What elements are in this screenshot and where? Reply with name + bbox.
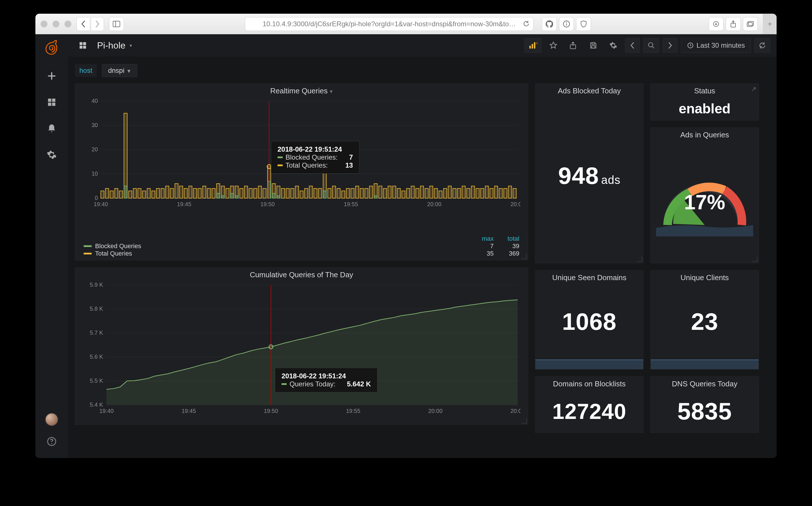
share-icon[interactable] — [726, 17, 741, 31]
svg-rect-56 — [175, 184, 178, 198]
panel-resize-handle[interactable] — [522, 418, 527, 423]
time-back-button[interactable] — [625, 38, 640, 53]
stat-value: 23 — [691, 308, 718, 336]
panel-dns-queries-today[interactable]: DNS Queries Today 5835 — [650, 376, 759, 433]
svg-rect-11 — [48, 102, 51, 106]
panel-ads-blocked[interactable]: Ads Blocked Today 948ads — [535, 83, 644, 263]
reload-icon[interactable] — [523, 20, 530, 29]
panel-status[interactable]: ↗ Status enabled — [650, 83, 759, 120]
dashboards-grid-icon[interactable] — [74, 38, 91, 53]
downloads-icon[interactable] — [709, 17, 723, 31]
zoom-window-dot[interactable] — [65, 20, 71, 27]
dashboard-title: Pi-hole — [97, 40, 125, 51]
stat-value: 127240 — [552, 399, 626, 424]
dashboard-picker[interactable]: Pi-hole ▾ — [97, 40, 132, 51]
svg-rect-49 — [143, 191, 146, 198]
svg-rect-0 — [113, 21, 120, 27]
svg-rect-112 — [392, 186, 396, 198]
popout-icon[interactable]: ↗ — [751, 85, 756, 93]
panel-domains-blocklists[interactable]: Domains on Blocklists 127240 — [535, 376, 644, 433]
realtime-legend: maxtotal Blocked Queries739 Total Querie… — [75, 233, 528, 260]
svg-rect-127 — [462, 186, 465, 198]
nav-forward-button[interactable] — [91, 17, 104, 31]
svg-rect-17 — [80, 46, 83, 49]
zoom-out-button[interactable] — [643, 38, 659, 53]
svg-rect-9 — [48, 98, 51, 102]
svg-rect-123 — [443, 188, 447, 198]
svg-rect-74 — [240, 188, 243, 198]
ext-github-icon[interactable] — [542, 17, 557, 31]
sidebar-alerting-icon[interactable] — [46, 122, 58, 135]
svg-text:5.9 K: 5.9 K — [90, 282, 103, 288]
stat-value: 5835 — [678, 398, 732, 425]
panel-title[interactable]: Realtime Queries▾ — [75, 84, 528, 97]
star-button[interactable] — [545, 38, 562, 53]
svg-rect-124 — [448, 186, 451, 198]
save-dashboard-button[interactable] — [585, 38, 602, 53]
panel-unique-domains[interactable]: Unique Seen Domains 1068 — [535, 270, 644, 369]
svg-text:40: 40 — [92, 98, 98, 104]
panel-ads-in-queries[interactable]: Ads in Queries 17% — [650, 128, 759, 263]
svg-rect-20 — [532, 44, 533, 49]
svg-rect-50 — [147, 188, 150, 198]
panel-title: Status — [651, 84, 758, 97]
sidebar-config-icon[interactable] — [46, 149, 58, 161]
panel-cumulative-queries[interactable]: Cumulative Queries of The Day 5.4 K5.5 K… — [75, 267, 528, 425]
svg-text:0: 0 — [95, 195, 98, 201]
user-avatar[interactable] — [45, 413, 58, 426]
realtime-chart[interactable]: 01020304019:4019:4519:5019:5520:0020:05 … — [87, 98, 521, 231]
sidebar-dashboards-icon[interactable] — [46, 96, 58, 108]
legend-row[interactable]: Total Queries35369 — [84, 250, 519, 257]
dashboard-settings-button[interactable] — [605, 38, 622, 53]
minimize-window-dot[interactable] — [53, 20, 60, 27]
gauge: 17% — [651, 141, 758, 263]
browser-window: 10.10.4.9:3000/d/jC6srERgk/pi-hole?orgId… — [35, 14, 777, 458]
svg-rect-98 — [332, 186, 336, 198]
svg-rect-57 — [180, 186, 183, 198]
svg-rect-128 — [467, 188, 470, 198]
svg-text:19:55: 19:55 — [346, 408, 360, 414]
svg-text:20:05: 20:05 — [511, 408, 521, 414]
sidebar-create-icon[interactable] — [46, 70, 58, 82]
svg-rect-133 — [490, 188, 493, 198]
svg-point-14 — [51, 443, 52, 444]
svg-rect-103 — [355, 186, 359, 198]
legend-row[interactable]: Blocked Queries739 — [84, 242, 519, 250]
panel-resize-handle[interactable] — [752, 257, 757, 262]
close-window-dot[interactable] — [40, 20, 48, 27]
var-host-value[interactable]: dnspi ▼ — [102, 64, 137, 77]
sidebar-help-icon[interactable] — [46, 435, 58, 448]
nav-back-button[interactable] — [77, 17, 90, 31]
url-field[interactable]: 10.10.4.9:3000/d/jC6srERgk/pi-hole?orgId… — [245, 17, 533, 31]
panel-menu-chevron-icon[interactable]: ▾ — [330, 88, 333, 94]
svg-rect-113 — [397, 188, 400, 198]
svg-rect-90 — [300, 191, 303, 198]
sidebar-toggle-icon[interactable] — [109, 17, 124, 31]
add-panel-button[interactable]: + — [525, 38, 542, 53]
svg-rect-59 — [189, 186, 192, 198]
panel-resize-handle[interactable] — [752, 363, 757, 368]
panel-unique-clients[interactable]: Unique Clients 23 — [650, 270, 759, 369]
chart-tooltip: 2018-06-22 19:51:24 Blocked Queries:7 To… — [271, 141, 359, 174]
new-tab-button[interactable]: + — [763, 14, 777, 34]
panel-realtime-queries[interactable]: Realtime Queries▾ 01020304019:4019:4519:… — [75, 83, 528, 260]
ext-info-icon[interactable] — [559, 17, 574, 31]
svg-rect-60 — [193, 188, 196, 198]
svg-rect-101 — [346, 188, 350, 198]
clock-icon — [687, 42, 694, 49]
svg-rect-45 — [124, 186, 127, 198]
svg-rect-52 — [157, 188, 160, 198]
show-tabs-icon[interactable] — [743, 17, 758, 31]
panel-resize-handle[interactable] — [637, 363, 642, 368]
panel-title[interactable]: Cumulative Queries of The Day — [75, 268, 528, 281]
grafana-logo-icon[interactable] — [44, 40, 60, 56]
time-range-picker[interactable]: Last 30 minutes — [681, 38, 751, 53]
time-forward-button[interactable] — [663, 38, 678, 53]
refresh-dashboard-button[interactable] — [754, 38, 770, 53]
panel-resize-handle[interactable] — [637, 257, 642, 262]
svg-rect-53 — [161, 188, 164, 198]
panel-resize-handle[interactable] — [522, 254, 527, 259]
ext-shield-icon[interactable] — [576, 17, 591, 31]
share-dashboard-button[interactable] — [565, 38, 581, 53]
cumulative-chart[interactable]: 5.4 K5.5 K5.6 K5.7 K5.8 K5.9 K19:4019:45… — [87, 282, 521, 422]
